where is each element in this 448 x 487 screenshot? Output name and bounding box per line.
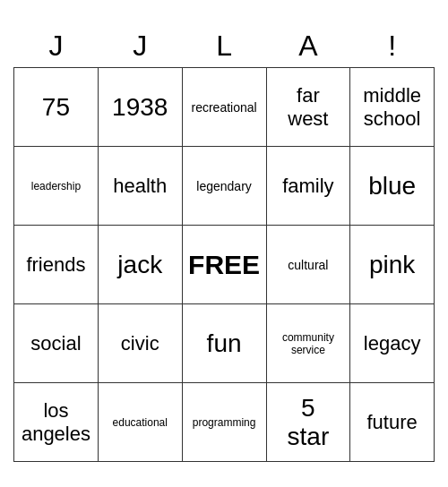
cell-r2-c1: jack <box>98 226 182 304</box>
cell-r0-c4: middleschool <box>350 68 435 147</box>
header-col-2: L <box>182 25 266 68</box>
cell-r1-c4: blue <box>350 147 435 226</box>
cell-r1-c3: family <box>266 147 350 226</box>
cell-r3-c1: civic <box>98 304 182 383</box>
cell-r4-c1: educational <box>98 383 182 462</box>
cell-r2-c2: FREE <box>182 226 266 304</box>
cell-r2-c4: pink <box>350 226 435 304</box>
cell-r1-c1: health <box>98 147 182 226</box>
bingo-card: JJLA! 751938recreationalfarwestmiddlesch… <box>13 25 435 463</box>
cell-r4-c4: future <box>350 383 435 462</box>
cell-r3-c3: communityservice <box>266 304 350 383</box>
cell-r1-c2: legendary <box>182 147 266 226</box>
cell-r0-c2: recreational <box>182 68 266 147</box>
cell-r4-c0: losangeles <box>14 383 99 462</box>
header-col-1: J <box>98 25 182 68</box>
cell-r1-c0: leadership <box>14 147 99 226</box>
cell-r4-c3: 5star <box>266 383 350 462</box>
cell-r3-c4: legacy <box>350 304 435 383</box>
cell-r0-c1: 1938 <box>98 68 182 147</box>
cell-r2-c3: cultural <box>266 226 350 304</box>
header-col-4: ! <box>350 25 435 68</box>
cell-r4-c2: programming <box>182 383 266 462</box>
cell-r3-c0: social <box>14 304 99 383</box>
cell-r0-c3: farwest <box>266 68 350 147</box>
header-col-3: A <box>266 25 350 68</box>
cell-r3-c2: fun <box>182 304 266 383</box>
header-col-0: J <box>14 25 99 68</box>
cell-r0-c0: 75 <box>14 68 99 147</box>
cell-r2-c0: friends <box>14 226 99 304</box>
